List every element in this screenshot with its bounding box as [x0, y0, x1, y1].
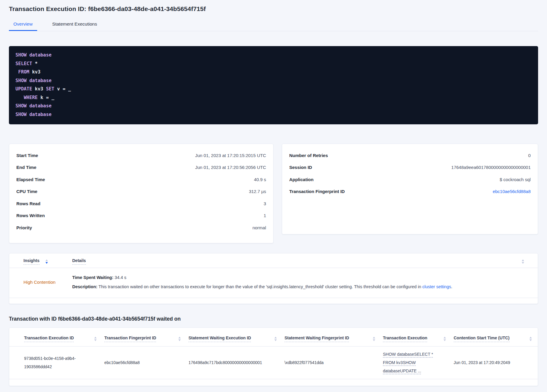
waited-on-table-header: Transaction Execution ID Transaction Fin…	[9, 328, 538, 346]
stat-label: Transaction Fingerprint ID	[289, 189, 345, 194]
sort-icon[interactable]	[274, 337, 277, 341]
column-header-stmt-waiting-execution-id: Statement Waiting Execution ID	[188, 335, 284, 342]
stat-value: Jun 01, 2023 at 17:20:56:2056 UTC	[195, 165, 266, 170]
stat-value: 0	[528, 153, 531, 158]
time-spent-waiting: Time Spent Waiting: 34.4 s	[72, 275, 524, 281]
sql-statements-box: SHOW database SELECT * FROM kv3 SHOW dat…	[9, 46, 538, 124]
divider	[9, 298, 538, 298]
sort-icon[interactable]	[373, 337, 375, 341]
transaction-execution-link[interactable]: SHOW databaseSELECT * FROM kv3SHOW datab…	[383, 350, 436, 375]
column-header-txn-execution-id: Transaction Execution ID	[24, 335, 104, 342]
waited-on-table-row: 9738d051-bc0e-4158-a9b4-1903586ddd42 ebc…	[9, 346, 538, 379]
sql-line: WHERE k = _	[15, 93, 532, 102]
stat-label: Session ID	[289, 165, 312, 170]
stat-value: normal	[252, 225, 266, 230]
stat-label: Number of Retries	[289, 153, 328, 158]
stat-row-application: Application $ cockroach sql	[289, 173, 531, 186]
column-header-stmt-waiting-fingerprint-id: Statement Waiting Fingerprint ID	[284, 335, 383, 342]
stat-row-elapsed-time: Elapsed Time 40.9 s	[16, 173, 266, 186]
stat-row-rows-read: Rows Read 3	[16, 197, 266, 210]
stat-label: Application	[289, 177, 314, 182]
insight-description: Description: This transaction waited on …	[72, 284, 524, 290]
tab-statement-executions[interactable]: Statement Executions	[48, 18, 102, 31]
cell-txn-execution: SHOW databaseSELECT * FROM kv3SHOW datab…	[383, 350, 454, 375]
stat-label: Rows Read	[16, 201, 40, 206]
overview-stats-card: Start Time Jun 01, 2023 at 17:20:15:2015…	[9, 144, 274, 243]
sql-line: SHOW database	[15, 76, 532, 85]
stat-label: Start Time	[16, 153, 38, 158]
stat-label: Priority	[16, 225, 32, 230]
stat-row-retries: Number of Retries 0	[289, 149, 531, 161]
sort-icon[interactable]	[529, 337, 532, 341]
transaction-fingerprint-link[interactable]: ebc10ae56cfd88a8	[493, 189, 531, 194]
insights-column-header: Insights	[23, 258, 72, 265]
sql-line: SELECT *	[15, 59, 532, 68]
tab-overview[interactable]: Overview	[9, 18, 37, 31]
stat-row-txn-fingerprint: Transaction Fingerprint ID ebc10ae56cfd8…	[289, 186, 531, 198]
insights-column-label[interactable]: Insights	[23, 258, 40, 265]
stat-row-priority: Priority normal	[16, 222, 266, 234]
cell-stmt-waiting-execution-id: 176498a9c717bdc80000000000000001	[188, 358, 284, 367]
cell-txn-execution-id: 9738d051-bc0e-4158-a9b4-1903586ddd42	[24, 354, 84, 371]
waited-on-table-card: Transaction Execution ID Transaction Fin…	[9, 327, 538, 386]
stat-row-end-time: End Time Jun 01, 2023 at 17:20:56:2056 U…	[16, 161, 266, 174]
cell-contention-start-time: Jun 01, 2023 at 17:20:49:2049	[454, 358, 532, 367]
insight-row: High Contention Time Spent Waiting: 34.4…	[9, 268, 538, 298]
stat-value: 17648a9eea6017800000000000000001	[451, 165, 531, 170]
stat-row-session-id: Session ID 17648a9eea6017800000000000000…	[289, 161, 531, 174]
stat-row-rows-written: Rows Written 1	[16, 210, 266, 222]
sql-line: SHOW database	[15, 110, 532, 119]
sql-line: UPDATE kv3 SET v = _	[15, 85, 532, 93]
sql-line: SHOW database	[15, 102, 532, 110]
stat-label: Rows Written	[16, 213, 45, 218]
summary-cards: Start Time Jun 01, 2023 at 17:20:15:2015…	[9, 144, 538, 243]
sort-icon[interactable]	[45, 259, 48, 264]
cluster-settings-link[interactable]: cluster settings	[422, 284, 451, 289]
stat-label: CPU Time	[16, 189, 37, 194]
stat-value: $ cockroach sql	[500, 177, 531, 182]
insight-type-badge: High Contention	[23, 280, 56, 285]
details-column-label[interactable]: Details	[72, 258, 86, 265]
stat-value: 1	[264, 213, 266, 218]
insights-table-card: Insights Details High Contention Time Sp…	[9, 253, 538, 304]
stat-row-cpu-time: CPU Time 312.7 µs	[16, 186, 266, 198]
stat-value: 312.7 µs	[249, 189, 266, 194]
column-header-txn-execution: Transaction Execution	[383, 335, 454, 342]
waited-on-heading: Transaction with ID f6be6366-da03-48de-a…	[9, 316, 538, 322]
session-stats-card: Number of Retries 0 Session ID 17648a9ee…	[282, 144, 538, 234]
stat-row-start-time: Start Time Jun 01, 2023 at 17:20:15:2015…	[16, 149, 266, 161]
sql-line: SHOW database	[15, 51, 532, 59]
divider	[9, 379, 538, 379]
sort-icon[interactable]	[444, 337, 446, 341]
stat-value: 3	[264, 201, 266, 206]
sort-icon[interactable]	[94, 337, 97, 341]
insights-table-header: Insights Details	[9, 253, 538, 268]
stat-value: Jun 01, 2023 at 17:20:15:2015 UTC	[195, 153, 266, 158]
stat-label: End Time	[16, 165, 36, 170]
column-header-txn-fingerprint-id: Transaction Fingerprint ID	[104, 335, 188, 342]
tab-bar: Overview Statement Executions	[9, 18, 538, 31]
page-title: Transaction Execution ID: f6be6366-da03-…	[9, 0, 538, 12]
stat-label: Elapsed Time	[16, 177, 45, 182]
cell-stmt-waiting-fingerprint-id: \xdb8922f077541dda	[284, 358, 383, 367]
transaction-details-page: Transaction Execution ID: f6be6366-da03-…	[0, 0, 547, 386]
details-column-header: Details	[72, 258, 522, 265]
sort-icon[interactable]	[522, 259, 524, 264]
cell-txn-fingerprint-id: ebc10ae56cfd88a8	[104, 358, 188, 367]
sort-icon[interactable]	[178, 337, 181, 341]
column-header-contention-start: Contention Start Time (UTC)	[454, 335, 532, 342]
sql-line: FROM kv3	[15, 68, 532, 76]
stat-value: 40.9 s	[254, 177, 266, 182]
